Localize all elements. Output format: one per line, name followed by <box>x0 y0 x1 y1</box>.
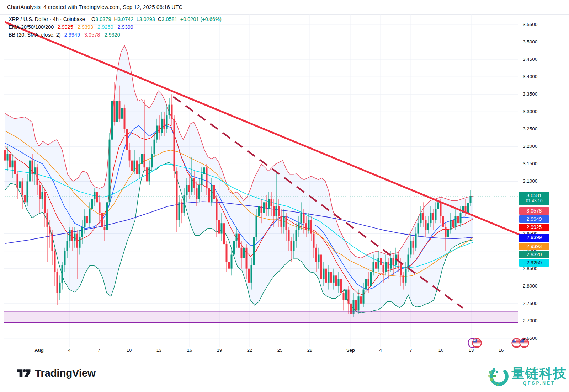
price-scale-tick: 3.5000 <box>523 39 537 44</box>
change-value: +0.0201 (+0.66%) <box>180 16 222 22</box>
bb-value: 2.9949 <box>64 32 80 38</box>
us-flag-event-icon <box>473 339 482 348</box>
ohlc-value: 3.0379 <box>95 16 111 22</box>
ema-value: 2.9925 <box>57 24 73 30</box>
qfsp-watermark-text: 量链科技 <box>511 366 567 381</box>
time-scale-tick: 4 <box>379 348 382 353</box>
time-axis[interactable]: Aug4710131619222528Sep47101316 <box>0 347 569 356</box>
ohlc-key: O <box>91 16 95 22</box>
qfsp-watermark: 量链科技 QFSP.NET <box>488 366 567 388</box>
time-scale-tick: 13 <box>156 348 161 353</box>
time-scale-tick: 19 <box>217 348 222 353</box>
time-scale-tick: 25 <box>277 348 282 353</box>
chart-legend: XRP / U.S. Dollar · 4h · CoinbaseO3.0379… <box>9 16 222 40</box>
price-scale-tick: 3.3000 <box>523 109 537 114</box>
bollinger-band-fill <box>5 45 473 313</box>
ema-value: 2.9250 <box>97 24 113 30</box>
tradingview-logo-icon <box>16 367 31 379</box>
time-scale-tick: Sep <box>346 348 355 353</box>
footer: TradingView 量链科技 QFSP.NET <box>0 363 569 392</box>
price-scale-tick: 3.2000 <box>523 144 537 149</box>
price-label-2.9949: 2.9949 <box>519 215 549 223</box>
ohlc-value: 3.0581 <box>161 16 177 22</box>
bb-value: 2.9320 <box>104 32 120 38</box>
symbol-title: XRP / U.S. Dollar · 4h · Coinbase <box>9 16 85 22</box>
price-scale-tick: 3.4500 <box>523 57 537 62</box>
legend-ema-row[interactable]: EMA 20/50/100/2002.99252.93932.92502.939… <box>9 24 222 32</box>
legend-symbol-row[interactable]: XRP / U.S. Dollar · 4h · CoinbaseO3.0379… <box>9 16 222 24</box>
tradingview-brand-name: TradingView <box>35 367 96 379</box>
price-label-2.9925: 2.9925 <box>519 224 549 231</box>
tradingview-brand-link[interactable]: TradingView <box>16 367 96 379</box>
price-scale-tick: 2.7000 <box>523 318 537 323</box>
ema-value: 2.9393 <box>78 24 93 30</box>
ohlc-key: H <box>114 16 118 22</box>
legend-bb-row[interactable]: BB (20, SMA, close, 2)2.99493.05782.9320 <box>9 32 222 40</box>
tradingview-chart-export: ChartAnalysis_4 created with TradingView… <box>0 0 569 392</box>
qfsp-watermark-url: QFSP.NET <box>523 381 555 386</box>
qfsp-logo-icon <box>488 366 509 388</box>
countdown-timer: 01:43:10 <box>519 199 549 203</box>
price-scale-tick: 3.2500 <box>523 126 537 131</box>
price-scale-tick: 3.1000 <box>523 178 537 184</box>
time-scale-tick: 4 <box>68 348 70 353</box>
time-scale-tick: 7 <box>97 348 100 353</box>
time-scale-tick: 10 <box>438 348 443 353</box>
ema-values: 2.99252.93932.92502.9399 <box>57 24 137 30</box>
ohlc-values: O3.0379H3.0742L3.0293C3.0581 <box>89 16 177 22</box>
time-scale-tick: 7 <box>409 348 412 353</box>
ema-indicator-label: EMA 20/50/100/200 <box>9 24 54 30</box>
ohlc-value: 3.0293 <box>139 16 155 22</box>
support-zone <box>4 312 518 322</box>
price-label-2.9320: 2.9320 <box>519 251 549 258</box>
price-scale-tick: 3.5500 <box>523 22 537 27</box>
time-scale-tick: 16 <box>499 348 504 353</box>
price-scale-tick: 2.7500 <box>523 301 537 306</box>
bb-indicator-label: BB (20, SMA, close, 2) <box>9 32 61 38</box>
ema-value: 2.9399 <box>117 24 133 30</box>
price-scale-tick: 3.1500 <box>523 161 537 166</box>
price-label-2.9393: 2.9393 <box>519 243 549 250</box>
time-scale-tick: 22 <box>247 348 252 353</box>
price-chart-canvas[interactable] <box>0 0 569 392</box>
bb-value: 3.0578 <box>84 32 100 38</box>
price-scale-tick: 3.3500 <box>523 91 537 97</box>
time-scale-tick: 13 <box>469 348 474 353</box>
price-axis[interactable]: 3.55003.50003.45003.40003.35003.30003.25… <box>518 14 569 348</box>
ohlc-key: C <box>158 16 161 22</box>
price-label-3.0578: 3.0578 <box>519 207 549 215</box>
price-scale-tick: 2.8000 <box>523 283 537 289</box>
time-scale-tick: 28 <box>307 348 312 353</box>
price-label-2.9250: 2.9250 <box>519 259 549 267</box>
price-scale-tick: 2.6500 <box>523 335 537 341</box>
time-scale-tick: Aug <box>34 348 43 353</box>
ohlc-value: 3.0742 <box>118 16 133 22</box>
price-scale-tick: 3.4000 <box>523 74 537 79</box>
time-scale-tick: 16 <box>187 348 192 353</box>
bb-values: 2.99493.05782.9320 <box>64 32 124 38</box>
time-scale-tick: 10 <box>127 348 132 353</box>
price-label-3.0581: 3.058101:43:10 <box>519 192 549 205</box>
price-label-2.9399: 2.9399 <box>519 234 549 242</box>
